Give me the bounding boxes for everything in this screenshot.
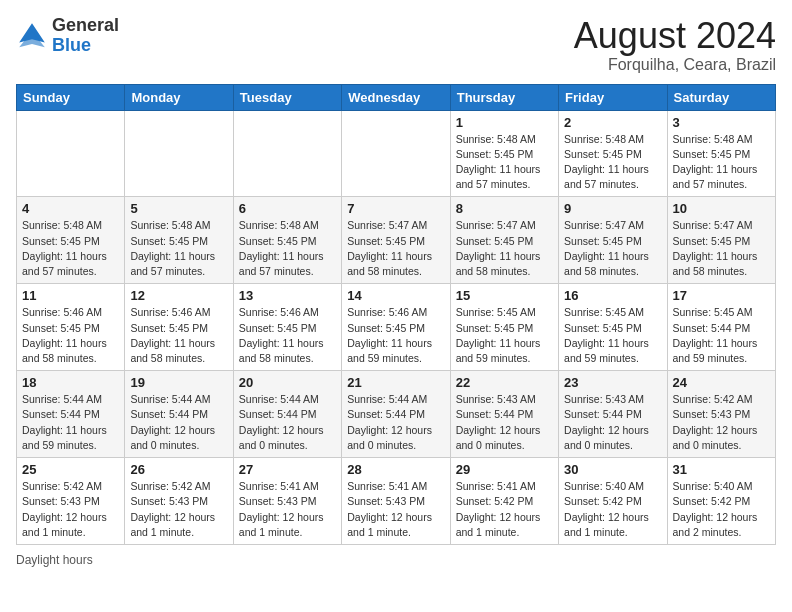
calendar-cell: 1Sunrise: 5:48 AM Sunset: 5:45 PM Daylig… bbox=[450, 110, 558, 197]
day-number: 10 bbox=[673, 201, 770, 216]
day-info: Sunrise: 5:40 AM Sunset: 5:42 PM Dayligh… bbox=[673, 479, 770, 540]
calendar-cell: 23Sunrise: 5:43 AM Sunset: 5:44 PM Dayli… bbox=[559, 371, 667, 458]
day-info: Sunrise: 5:40 AM Sunset: 5:42 PM Dayligh… bbox=[564, 479, 661, 540]
day-info: Sunrise: 5:42 AM Sunset: 5:43 PM Dayligh… bbox=[130, 479, 227, 540]
day-number: 15 bbox=[456, 288, 553, 303]
calendar-cell: 28Sunrise: 5:41 AM Sunset: 5:43 PM Dayli… bbox=[342, 458, 450, 545]
day-info: Sunrise: 5:47 AM Sunset: 5:45 PM Dayligh… bbox=[347, 218, 444, 279]
calendar-day-header: Friday bbox=[559, 84, 667, 110]
calendar-cell: 8Sunrise: 5:47 AM Sunset: 5:45 PM Daylig… bbox=[450, 197, 558, 284]
calendar-cell: 25Sunrise: 5:42 AM Sunset: 5:43 PM Dayli… bbox=[17, 458, 125, 545]
day-info: Sunrise: 5:48 AM Sunset: 5:45 PM Dayligh… bbox=[239, 218, 336, 279]
calendar-cell: 13Sunrise: 5:46 AM Sunset: 5:45 PM Dayli… bbox=[233, 284, 341, 371]
calendar-week-row: 1Sunrise: 5:48 AM Sunset: 5:45 PM Daylig… bbox=[17, 110, 776, 197]
calendar-cell: 12Sunrise: 5:46 AM Sunset: 5:45 PM Dayli… bbox=[125, 284, 233, 371]
day-number: 16 bbox=[564, 288, 661, 303]
calendar-table: SundayMondayTuesdayWednesdayThursdayFrid… bbox=[16, 84, 776, 545]
day-info: Sunrise: 5:42 AM Sunset: 5:43 PM Dayligh… bbox=[673, 392, 770, 453]
calendar-cell: 29Sunrise: 5:41 AM Sunset: 5:42 PM Dayli… bbox=[450, 458, 558, 545]
calendar-week-row: 11Sunrise: 5:46 AM Sunset: 5:45 PM Dayli… bbox=[17, 284, 776, 371]
logo: General Blue bbox=[16, 16, 119, 56]
calendar-day-header: Thursday bbox=[450, 84, 558, 110]
day-number: 13 bbox=[239, 288, 336, 303]
calendar-cell: 2Sunrise: 5:48 AM Sunset: 5:45 PM Daylig… bbox=[559, 110, 667, 197]
day-number: 25 bbox=[22, 462, 119, 477]
logo-blue: Blue bbox=[52, 35, 91, 55]
day-info: Sunrise: 5:48 AM Sunset: 5:45 PM Dayligh… bbox=[564, 132, 661, 193]
calendar-cell: 4Sunrise: 5:48 AM Sunset: 5:45 PM Daylig… bbox=[17, 197, 125, 284]
day-info: Sunrise: 5:48 AM Sunset: 5:45 PM Dayligh… bbox=[673, 132, 770, 193]
calendar-cell bbox=[342, 110, 450, 197]
calendar-cell: 10Sunrise: 5:47 AM Sunset: 5:45 PM Dayli… bbox=[667, 197, 775, 284]
logo-text: General Blue bbox=[52, 16, 119, 56]
day-number: 5 bbox=[130, 201, 227, 216]
day-info: Sunrise: 5:47 AM Sunset: 5:45 PM Dayligh… bbox=[673, 218, 770, 279]
day-number: 7 bbox=[347, 201, 444, 216]
day-number: 22 bbox=[456, 375, 553, 390]
day-number: 9 bbox=[564, 201, 661, 216]
day-info: Sunrise: 5:44 AM Sunset: 5:44 PM Dayligh… bbox=[347, 392, 444, 453]
day-number: 20 bbox=[239, 375, 336, 390]
location-subtitle: Forquilha, Ceara, Brazil bbox=[574, 56, 776, 74]
calendar-cell bbox=[125, 110, 233, 197]
day-info: Sunrise: 5:45 AM Sunset: 5:44 PM Dayligh… bbox=[673, 305, 770, 366]
day-number: 31 bbox=[673, 462, 770, 477]
calendar-header-row: SundayMondayTuesdayWednesdayThursdayFrid… bbox=[17, 84, 776, 110]
day-info: Sunrise: 5:46 AM Sunset: 5:45 PM Dayligh… bbox=[239, 305, 336, 366]
day-number: 27 bbox=[239, 462, 336, 477]
calendar-cell: 5Sunrise: 5:48 AM Sunset: 5:45 PM Daylig… bbox=[125, 197, 233, 284]
calendar-cell: 18Sunrise: 5:44 AM Sunset: 5:44 PM Dayli… bbox=[17, 371, 125, 458]
day-number: 29 bbox=[456, 462, 553, 477]
day-number: 19 bbox=[130, 375, 227, 390]
day-number: 11 bbox=[22, 288, 119, 303]
calendar-day-header: Monday bbox=[125, 84, 233, 110]
calendar-week-row: 4Sunrise: 5:48 AM Sunset: 5:45 PM Daylig… bbox=[17, 197, 776, 284]
calendar-day-header: Wednesday bbox=[342, 84, 450, 110]
calendar-cell: 15Sunrise: 5:45 AM Sunset: 5:45 PM Dayli… bbox=[450, 284, 558, 371]
logo-icon bbox=[16, 20, 48, 52]
calendar-cell: 21Sunrise: 5:44 AM Sunset: 5:44 PM Dayli… bbox=[342, 371, 450, 458]
day-number: 3 bbox=[673, 115, 770, 130]
calendar-cell: 26Sunrise: 5:42 AM Sunset: 5:43 PM Dayli… bbox=[125, 458, 233, 545]
day-number: 4 bbox=[22, 201, 119, 216]
day-number: 23 bbox=[564, 375, 661, 390]
month-year-title: August 2024 bbox=[574, 16, 776, 56]
calendar-cell: 9Sunrise: 5:47 AM Sunset: 5:45 PM Daylig… bbox=[559, 197, 667, 284]
day-number: 17 bbox=[673, 288, 770, 303]
day-info: Sunrise: 5:44 AM Sunset: 5:44 PM Dayligh… bbox=[239, 392, 336, 453]
day-info: Sunrise: 5:41 AM Sunset: 5:43 PM Dayligh… bbox=[239, 479, 336, 540]
day-info: Sunrise: 5:44 AM Sunset: 5:44 PM Dayligh… bbox=[130, 392, 227, 453]
day-info: Sunrise: 5:47 AM Sunset: 5:45 PM Dayligh… bbox=[456, 218, 553, 279]
day-info: Sunrise: 5:45 AM Sunset: 5:45 PM Dayligh… bbox=[456, 305, 553, 366]
day-info: Sunrise: 5:48 AM Sunset: 5:45 PM Dayligh… bbox=[456, 132, 553, 193]
calendar-cell: 3Sunrise: 5:48 AM Sunset: 5:45 PM Daylig… bbox=[667, 110, 775, 197]
calendar-cell: 16Sunrise: 5:45 AM Sunset: 5:45 PM Dayli… bbox=[559, 284, 667, 371]
day-number: 12 bbox=[130, 288, 227, 303]
day-info: Sunrise: 5:48 AM Sunset: 5:45 PM Dayligh… bbox=[22, 218, 119, 279]
calendar-day-header: Tuesday bbox=[233, 84, 341, 110]
day-info: Sunrise: 5:47 AM Sunset: 5:45 PM Dayligh… bbox=[564, 218, 661, 279]
calendar-cell bbox=[233, 110, 341, 197]
day-number: 28 bbox=[347, 462, 444, 477]
calendar-cell: 11Sunrise: 5:46 AM Sunset: 5:45 PM Dayli… bbox=[17, 284, 125, 371]
day-info: Sunrise: 5:44 AM Sunset: 5:44 PM Dayligh… bbox=[22, 392, 119, 453]
day-number: 26 bbox=[130, 462, 227, 477]
calendar-cell: 20Sunrise: 5:44 AM Sunset: 5:44 PM Dayli… bbox=[233, 371, 341, 458]
day-info: Sunrise: 5:41 AM Sunset: 5:42 PM Dayligh… bbox=[456, 479, 553, 540]
calendar-cell: 24Sunrise: 5:42 AM Sunset: 5:43 PM Dayli… bbox=[667, 371, 775, 458]
footer-note: Daylight hours bbox=[16, 553, 776, 567]
day-number: 30 bbox=[564, 462, 661, 477]
logo-general: General bbox=[52, 15, 119, 35]
day-info: Sunrise: 5:46 AM Sunset: 5:45 PM Dayligh… bbox=[347, 305, 444, 366]
calendar-week-row: 25Sunrise: 5:42 AM Sunset: 5:43 PM Dayli… bbox=[17, 458, 776, 545]
day-info: Sunrise: 5:46 AM Sunset: 5:45 PM Dayligh… bbox=[130, 305, 227, 366]
calendar-cell: 31Sunrise: 5:40 AM Sunset: 5:42 PM Dayli… bbox=[667, 458, 775, 545]
calendar-week-row: 18Sunrise: 5:44 AM Sunset: 5:44 PM Dayli… bbox=[17, 371, 776, 458]
day-info: Sunrise: 5:46 AM Sunset: 5:45 PM Dayligh… bbox=[22, 305, 119, 366]
day-info: Sunrise: 5:43 AM Sunset: 5:44 PM Dayligh… bbox=[456, 392, 553, 453]
calendar-cell: 22Sunrise: 5:43 AM Sunset: 5:44 PM Dayli… bbox=[450, 371, 558, 458]
day-number: 8 bbox=[456, 201, 553, 216]
calendar-cell: 27Sunrise: 5:41 AM Sunset: 5:43 PM Dayli… bbox=[233, 458, 341, 545]
day-info: Sunrise: 5:48 AM Sunset: 5:45 PM Dayligh… bbox=[130, 218, 227, 279]
calendar-cell: 6Sunrise: 5:48 AM Sunset: 5:45 PM Daylig… bbox=[233, 197, 341, 284]
